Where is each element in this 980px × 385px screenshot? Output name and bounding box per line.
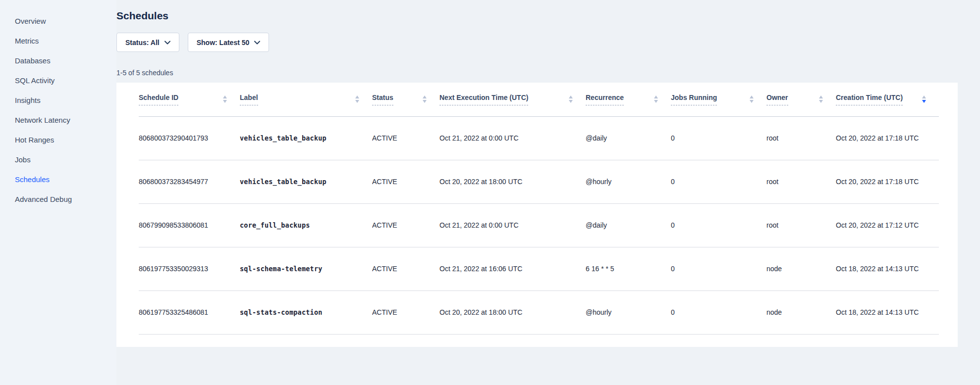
status-filter-dropdown[interactable]: Status: All [116,33,179,52]
sidebar-item-label: Network Latency [15,116,70,124]
cell-label: vehicles_table_backup [240,116,372,160]
sidebar-item-label: Schedules [15,175,50,184]
column-header-status[interactable]: Status [372,83,439,116]
cell-next-execution: Oct 21, 2022 at 0:00 UTC [439,203,586,247]
column-header-recurrence[interactable]: Recurrence [586,83,671,116]
sidebar-item-databases[interactable]: Databases [0,50,116,70]
cell-status: ACTIVE [372,160,439,203]
cell-schedule-id: 806800373283454977 [139,160,240,203]
schedules-table-card: Schedule IDLabelStatusNext Execution Tim… [116,83,958,347]
sort-arrows-icon[interactable] [223,96,227,103]
cell-jobs-running: 0 [671,160,766,203]
cell-recurrence: @hourly [586,290,671,334]
cell-next-execution: Oct 20, 2022 at 18:00 UTC [439,290,586,334]
sort-arrows-icon[interactable] [355,96,359,103]
sidebar-item-schedules[interactable]: Schedules [0,169,116,189]
chevron-down-icon [164,41,170,45]
table-row: 806800373283454977vehicles_table_backupA… [139,160,939,203]
sidebar-item-label: Advanced Debug [15,195,72,203]
cell-label: core_full_backups [240,203,372,247]
sort-asc-icon [223,96,227,98]
cell-jobs-running: 0 [671,203,766,247]
cell-recurrence: @daily [586,203,671,247]
sort-desc-icon [922,100,926,103]
table-row: 806197753325486081sql-stats-compactionAC… [139,290,939,334]
column-header-next-execution-time-utc[interactable]: Next Execution Time (UTC) [439,83,586,116]
cell-schedule-id: 806800373290401793 [139,116,240,160]
cell-status: ACTIVE [372,290,439,334]
cell-jobs-running: 0 [671,116,766,160]
sidebar-item-overview[interactable]: Overview [0,11,116,31]
sidebar-item-label: Overview [15,17,46,25]
cell-status: ACTIVE [372,247,439,290]
column-header-jobs-running[interactable]: Jobs Running [671,83,766,116]
schedules-table: Schedule IDLabelStatusNext Execution Tim… [139,83,939,335]
cell-label: sql-stats-compaction [240,290,372,334]
sidebar-item-sql-activity[interactable]: SQL Activity [0,70,116,90]
sort-desc-icon [423,100,427,103]
sort-arrows-icon[interactable] [654,96,658,103]
column-label: Creation Time (UTC) [836,94,903,105]
cell-schedule-id: 806799098533806081 [139,203,240,247]
sort-desc-icon [223,100,227,103]
cell-schedule-id: 806197753350029313 [139,247,240,290]
cell-status: ACTIVE [372,203,439,247]
status-filter-label: Status: All [125,39,160,47]
main-content: Schedules Status: All Show: Latest 50 1-… [116,0,980,385]
sort-arrows-icon[interactable] [819,96,823,103]
sort-arrows-icon[interactable] [569,96,573,103]
sidebar-item-insights[interactable]: Insights [0,90,116,110]
cell-creation-time: Oct 20, 2022 at 17:12 UTC [836,203,939,247]
sidebar-item-hot-ranges[interactable]: Hot Ranges [0,130,116,149]
cell-jobs-running: 0 [671,290,766,334]
sort-asc-icon [819,96,823,98]
cell-owner: node [766,247,836,290]
sort-desc-icon [819,100,823,103]
sidebar-item-metrics[interactable]: Metrics [0,31,116,50]
cell-next-execution: Oct 20, 2022 at 18:00 UTC [439,160,586,203]
sidebar-item-label: Metrics [15,37,39,45]
column-label: Recurrence [586,94,624,105]
column-label: Next Execution Time (UTC) [439,94,528,105]
cell-creation-time: Oct 18, 2022 at 14:13 UTC [836,290,939,334]
sort-desc-icon [654,100,658,103]
column-header-creation-time-utc[interactable]: Creation Time (UTC) [836,83,939,116]
cell-creation-time: Oct 18, 2022 at 14:13 UTC [836,247,939,290]
cell-creation-time: Oct 20, 2022 at 17:18 UTC [836,160,939,203]
table-row: 806800373290401793vehicles_table_backupA… [139,116,939,160]
column-header-owner[interactable]: Owner [766,83,836,116]
sort-desc-icon [569,100,573,103]
column-header-schedule-id[interactable]: Schedule ID [139,83,240,116]
cell-status: ACTIVE [372,116,439,160]
sidebar-item-network-latency[interactable]: Network Latency [0,110,116,130]
column-label: Label [240,94,258,105]
cell-recurrence: @daily [586,116,671,160]
cell-recurrence: @hourly [586,160,671,203]
sidebar: OverviewMetricsDatabasesSQL ActivityInsi… [0,0,116,385]
cell-next-execution: Oct 21, 2022 at 0:00 UTC [439,116,586,160]
column-label: Status [372,94,393,105]
sidebar-item-label: SQL Activity [15,76,54,85]
sort-arrows-icon[interactable] [922,96,926,103]
cell-jobs-running: 0 [671,247,766,290]
show-filter-dropdown[interactable]: Show: Latest 50 [188,33,270,52]
cell-schedule-id: 806197753325486081 [139,290,240,334]
sidebar-item-label: Hot Ranges [15,136,54,144]
table-row: 806197753350029313sql-schema-telemetryAC… [139,247,939,290]
column-label: Owner [766,94,788,105]
cell-label: vehicles_table_backup [240,160,372,203]
sidebar-item-label: Insights [15,96,41,104]
column-header-label[interactable]: Label [240,83,372,116]
sidebar-item-jobs[interactable]: Jobs [0,149,116,169]
filter-bar: Status: All Show: Latest 50 [116,33,958,52]
sort-arrows-icon[interactable] [750,96,754,103]
cell-creation-time: Oct 20, 2022 at 17:18 UTC [836,116,939,160]
table-row: 806799098533806081core_full_backupsACTIV… [139,203,939,247]
column-label: Jobs Running [671,94,717,105]
sidebar-item-advanced-debug[interactable]: Advanced Debug [0,189,116,209]
sort-asc-icon [750,96,754,98]
sidebar-item-label: Databases [15,56,51,65]
sort-asc-icon [654,96,658,98]
sort-arrows-icon[interactable] [423,96,427,103]
cell-label: sql-schema-telemetry [240,247,372,290]
